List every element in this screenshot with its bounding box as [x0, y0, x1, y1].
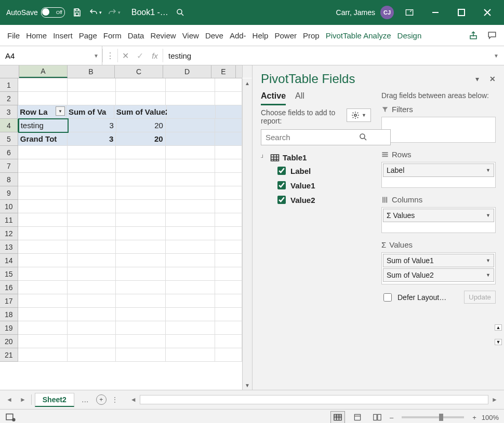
ribbon-tab-file[interactable]: File: [4, 25, 23, 46]
row-header[interactable]: 8: [0, 173, 18, 186]
undo-icon[interactable]: ▾: [89, 6, 102, 19]
cell[interactable]: [215, 92, 242, 105]
ribbon-tab-home[interactable]: Home: [23, 25, 50, 46]
window-minimize-icon[interactable]: [425, 4, 446, 21]
share-icon[interactable]: [466, 28, 481, 43]
sheet-nav-prev[interactable]: ◄: [4, 396, 15, 403]
more-commands-icon[interactable]: ⋮: [103, 51, 117, 61]
values-area[interactable]: ΣValues Sum of Value1▼Sum of Value2▼: [381, 240, 496, 284]
column-header[interactable]: C: [115, 65, 163, 78]
row-header[interactable]: 7: [0, 159, 18, 173]
cell[interactable]: [18, 146, 68, 159]
cell[interactable]: [116, 92, 165, 105]
area-field-item[interactable]: Sum of Value2▼: [383, 268, 494, 282]
vertical-scrollbar[interactable]: ▲ ▼: [242, 78, 252, 390]
fx-icon[interactable]: fx: [147, 51, 163, 60]
cell[interactable]: [166, 254, 215, 267]
rows-area[interactable]: Rows Label▼: [381, 150, 496, 188]
cell[interactable]: [68, 200, 116, 213]
cell[interactable]: [116, 321, 165, 335]
ribbon-tab-pivottable-analyze[interactable]: PivotTable Analyze: [323, 25, 394, 46]
ribbon-tab-view[interactable]: View: [179, 25, 202, 46]
cell[interactable]: [215, 146, 242, 159]
cell[interactable]: [215, 227, 242, 240]
fields-tab-active[interactable]: Active: [261, 91, 286, 105]
row-header[interactable]: 18: [0, 308, 18, 321]
cell[interactable]: [68, 159, 116, 173]
page-break-view-icon[interactable]: [370, 411, 384, 423]
cell[interactable]: [166, 267, 215, 281]
cell[interactable]: [116, 213, 165, 227]
cell[interactable]: [166, 308, 215, 321]
row-header[interactable]: 6: [0, 146, 18, 159]
cell[interactable]: [18, 240, 68, 254]
record-macro-icon[interactable]: [5, 413, 16, 421]
cell[interactable]: [116, 227, 165, 240]
cell[interactable]: [18, 254, 68, 267]
cell[interactable]: Sum of Va: [67, 105, 114, 119]
area-field-item[interactable]: Sum of Value1▼: [383, 254, 494, 267]
zoom-slider[interactable]: [402, 416, 464, 418]
cell[interactable]: [167, 105, 216, 119]
cell[interactable]: [166, 335, 215, 348]
cell[interactable]: [68, 92, 116, 105]
cell[interactable]: [215, 200, 242, 213]
ribbon-tab-data[interactable]: Data: [125, 25, 148, 46]
autosave-toggle[interactable]: AutoSave Off: [6, 7, 65, 18]
cell[interactable]: [68, 78, 116, 92]
ribbon-tab-prop[interactable]: Prop: [300, 25, 323, 46]
column-header[interactable]: E: [211, 65, 236, 78]
area-field-item[interactable]: Label▼: [383, 163, 494, 177]
window-close-icon[interactable]: [477, 4, 498, 21]
comments-icon[interactable]: [484, 28, 500, 43]
cell[interactable]: [68, 308, 116, 321]
cell[interactable]: [215, 132, 242, 146]
cell[interactable]: [166, 146, 215, 159]
ribbon-tab-deve[interactable]: Deve: [202, 25, 227, 46]
sheet-tab-more[interactable]: …: [77, 393, 93, 406]
cell[interactable]: [215, 308, 242, 321]
ribbon-tab-design[interactable]: Design: [394, 25, 425, 46]
cell[interactable]: [116, 159, 165, 173]
cell[interactable]: [18, 348, 68, 362]
cell[interactable]: [216, 105, 242, 119]
cell[interactable]: [215, 254, 242, 267]
cell[interactable]: [68, 186, 116, 200]
name-box-input[interactable]: [4, 51, 98, 61]
ribbon-tab-insert[interactable]: Insert: [50, 25, 76, 46]
chevron-down-icon[interactable]: ▼: [94, 53, 99, 59]
pane-close-icon[interactable]: ✕: [489, 75, 496, 83]
cell[interactable]: [68, 254, 116, 267]
cell[interactable]: [68, 213, 116, 227]
ribbon-tab-power[interactable]: Power: [271, 25, 300, 46]
cell[interactable]: [215, 240, 242, 254]
cell[interactable]: [116, 308, 165, 321]
cell[interactable]: [18, 173, 68, 186]
cell[interactable]: [215, 335, 242, 348]
ribbon-tab-page[interactable]: Page: [76, 25, 100, 46]
cell[interactable]: [68, 321, 116, 335]
cell[interactable]: [18, 227, 68, 240]
fields-tab-all[interactable]: All: [295, 91, 304, 105]
table-name[interactable]: Table1: [283, 153, 307, 162]
ribbon-tab-review[interactable]: Review: [147, 25, 179, 46]
save-icon[interactable]: [70, 6, 84, 19]
user-avatar[interactable]: CJ: [380, 6, 394, 19]
row-header[interactable]: 5: [0, 132, 18, 146]
values-scroll-down[interactable]: ▼: [495, 339, 502, 345]
cell[interactable]: [68, 335, 116, 348]
spreadsheet-grid[interactable]: ABCDE 123Row La▼Sum of VaSum of Value24t…: [0, 65, 253, 390]
ribbon-tab-form[interactable]: Form: [100, 25, 125, 46]
cell[interactable]: [68, 281, 116, 294]
cell[interactable]: [18, 267, 68, 281]
cell[interactable]: [166, 200, 215, 213]
row-header[interactable]: 13: [0, 240, 18, 254]
ribbon-tab-add-[interactable]: Add-: [227, 25, 249, 46]
cell[interactable]: [18, 186, 68, 200]
expand-formula-icon[interactable]: ▼: [494, 53, 499, 59]
zoom-level[interactable]: 100%: [482, 414, 499, 421]
values-scroll-up[interactable]: ▲: [495, 324, 502, 331]
cell[interactable]: [18, 281, 68, 294]
select-all-corner[interactable]: [0, 65, 19, 78]
field-label[interactable]: Value2: [290, 196, 315, 204]
